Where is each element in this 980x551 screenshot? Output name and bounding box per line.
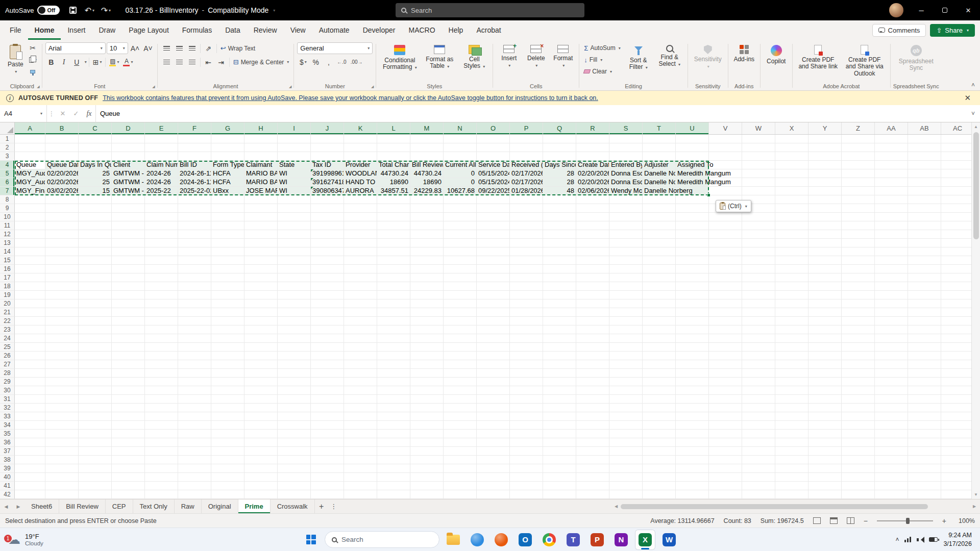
cell-D34[interactable] (112, 421, 145, 430)
increase-indent-button[interactable]: ⇥ (215, 57, 227, 68)
cell-A39[interactable] (15, 464, 45, 473)
cell-E17[interactable] (145, 273, 178, 282)
cell-P1[interactable] (510, 135, 543, 143)
cell-C18[interactable] (79, 282, 112, 291)
cell-D17[interactable] (112, 273, 145, 282)
cell-N42[interactable] (444, 490, 477, 499)
cell-AC7[interactable] (941, 187, 971, 195)
cell-B41[interactable] (45, 482, 79, 490)
cell-P34[interactable] (510, 421, 543, 430)
cell-Q2[interactable] (543, 143, 576, 152)
find-select-button[interactable]: Find & Select ▾ (655, 42, 684, 69)
cell-AA18[interactable] (875, 282, 908, 291)
cell-AC9[interactable] (941, 204, 971, 213)
cell-I36[interactable] (278, 438, 311, 447)
cell-M3[interactable] (410, 152, 444, 161)
cell-A40[interactable] (15, 473, 45, 482)
cell-F24[interactable] (178, 334, 211, 343)
cell-D11[interactable] (112, 221, 145, 230)
cell-P14[interactable] (510, 247, 543, 256)
cell-K35[interactable] (344, 430, 377, 438)
cell-G10[interactable] (211, 213, 244, 221)
taskbar-app-onenote[interactable]: N (611, 530, 631, 550)
cell-R36[interactable] (576, 438, 609, 447)
cell-O8[interactable] (477, 195, 510, 204)
cell-K14[interactable] (344, 247, 377, 256)
cell-R38[interactable] (576, 456, 609, 464)
cell-J35[interactable] (311, 430, 344, 438)
cell-F32[interactable] (178, 404, 211, 412)
cell-J8[interactable] (311, 195, 344, 204)
cell-U12[interactable] (676, 230, 709, 239)
cell-C36[interactable] (79, 438, 112, 447)
cell-Q1[interactable] (543, 135, 576, 143)
cell-E40[interactable] (145, 473, 178, 482)
cell-S40[interactable] (609, 473, 643, 482)
cell-K18[interactable] (344, 282, 377, 291)
cell-Y37[interactable] (808, 447, 842, 456)
cell-F11[interactable] (178, 221, 211, 230)
cell-D3[interactable] (112, 152, 145, 161)
cell-H41[interactable] (244, 482, 278, 490)
cell-H7[interactable]: JOSE MAR (244, 187, 278, 195)
cell-Y12[interactable] (808, 230, 842, 239)
cell-G38[interactable] (211, 456, 244, 464)
cell-AC16[interactable] (941, 265, 971, 273)
cell-J29[interactable] (311, 378, 344, 386)
cell-A34[interactable] (15, 421, 45, 430)
formula-input[interactable]: Queue (96, 105, 966, 122)
cell-L9[interactable] (377, 204, 410, 213)
cell-V39[interactable] (709, 464, 742, 473)
cell-X10[interactable] (775, 213, 808, 221)
save-button[interactable] (65, 3, 81, 18)
cell-R42[interactable] (576, 490, 609, 499)
cell-Q42[interactable] (543, 490, 576, 499)
cell-X35[interactable] (775, 430, 808, 438)
taskbar-app-outlook[interactable]: O (515, 530, 535, 550)
cell-P8[interactable] (510, 195, 543, 204)
cell-AC12[interactable] (941, 230, 971, 239)
cell-S5[interactable]: Donna Esc (609, 169, 643, 178)
enter-icon[interactable]: ✓ (69, 105, 83, 122)
cell-F34[interactable] (178, 421, 211, 430)
cell-B15[interactable] (45, 256, 79, 265)
cell-X28[interactable] (775, 369, 808, 378)
cell-N27[interactable] (444, 360, 477, 369)
cell-C17[interactable] (79, 273, 112, 282)
align-right-button[interactable] (186, 57, 198, 68)
cell-M30[interactable] (410, 386, 444, 395)
cell-F16[interactable] (178, 265, 211, 273)
cell-D31[interactable] (112, 395, 145, 404)
cell-W14[interactable] (742, 247, 775, 256)
cell-H25[interactable] (244, 343, 278, 352)
cell-Q40[interactable] (543, 473, 576, 482)
search-box[interactable]: Search (396, 3, 584, 17)
cell-S20[interactable] (609, 299, 643, 308)
column-header-G[interactable]: G (211, 122, 244, 134)
cell-M11[interactable] (410, 221, 444, 230)
cell-D1[interactable] (112, 135, 145, 143)
cell-F1[interactable] (178, 135, 211, 143)
cell-O39[interactable] (477, 464, 510, 473)
column-header-AB[interactable]: AB (908, 122, 941, 134)
zoom-slider[interactable] (877, 520, 933, 521)
cell-T5[interactable]: Danelle No (643, 169, 676, 178)
cell-H35[interactable] (244, 430, 278, 438)
cell-L30[interactable] (377, 386, 410, 395)
cell-B10[interactable] (45, 213, 79, 221)
cell-Z32[interactable] (842, 404, 875, 412)
cell-N33[interactable] (444, 412, 477, 421)
cell-E6[interactable]: 2024-26 (145, 178, 178, 187)
cell-L35[interactable] (377, 430, 410, 438)
cell-Y25[interactable] (808, 343, 842, 352)
cell-H24[interactable] (244, 334, 278, 343)
cell-X17[interactable] (775, 273, 808, 282)
cell-N41[interactable] (444, 482, 477, 490)
cell-J1[interactable] (311, 135, 344, 143)
row-header-42[interactable]: 42 (0, 490, 15, 499)
row-header-27[interactable]: 27 (0, 360, 15, 369)
cell-J6[interactable]: 391627418 (311, 178, 344, 187)
cell-M13[interactable] (410, 239, 444, 247)
column-header-L[interactable]: L (377, 122, 410, 134)
cell-T41[interactable] (643, 482, 676, 490)
